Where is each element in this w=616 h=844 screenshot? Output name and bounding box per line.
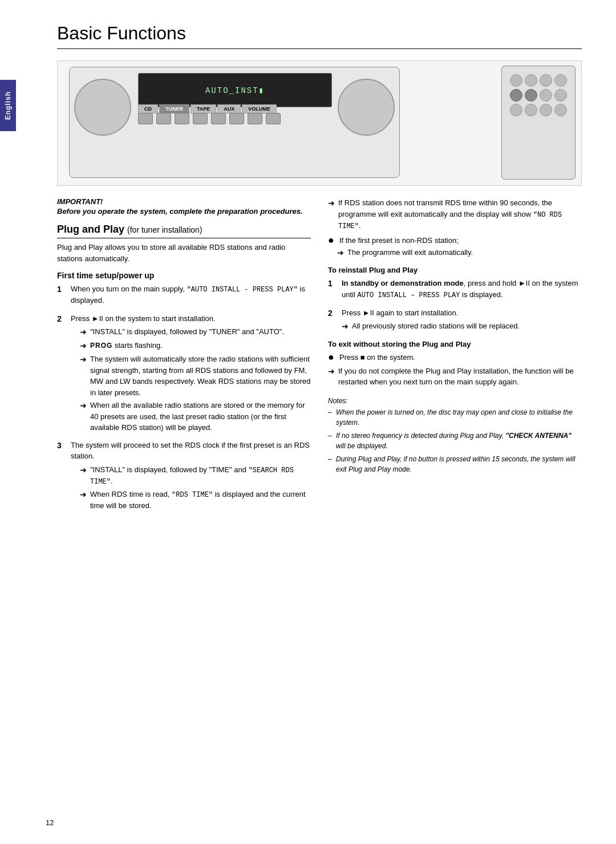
page-title: Basic Functions: [57, 23, 582, 44]
cd-tab: CD: [138, 104, 158, 113]
remote-btn: [510, 104, 522, 116]
first-time-heading: First time setup/power up: [57, 271, 311, 280]
tab-labels: CD TUNER TAPE AUX VOLUME: [138, 104, 332, 113]
volume-tab: VOLUME: [242, 104, 277, 113]
remote-btn: [525, 104, 537, 116]
important-title: IMPORTANT!: [57, 197, 311, 206]
left-column: IMPORTANT! Before you operate the system…: [57, 197, 311, 517]
remote-btn: [554, 89, 567, 102]
ctrl-btn-7: [248, 113, 262, 124]
ctrl-btn-6: [229, 113, 244, 124]
tuner-tab: TUNER: [159, 104, 189, 113]
remote-btn: [540, 104, 552, 116]
device-illustration: AUTO_INST▮ CD TUNER TAPE AUX VOLUME: [58, 61, 581, 185]
main-content: IMPORTANT! Before you operate the system…: [57, 197, 582, 517]
remote-btn: [554, 74, 567, 87]
step-3: 3 The system will proceed to set the RDS…: [57, 440, 311, 513]
aux-tab: AUX: [217, 104, 241, 113]
remote-unit: [501, 66, 576, 180]
steps-list: 1 When you turn on the main supply, "AUT…: [57, 283, 311, 513]
arrow-item: ➜ "INSTALL" is displayed, followed by "T…: [80, 464, 311, 487]
remote-btn: [540, 89, 552, 102]
display-screen: AUTO_INST▮: [138, 73, 332, 107]
exit-heading: To exit without storing the Plug and Pla…: [328, 340, 582, 348]
remote-btn: [554, 104, 567, 116]
plug-play-heading: Plug and Play (for tuner installation): [57, 224, 311, 238]
speaker-left: [74, 79, 131, 136]
remote-btn: [525, 89, 537, 102]
ctrl-btn-1: [138, 113, 153, 124]
right-column: ➜ If RDS station does not transmit RDS t…: [328, 197, 582, 517]
arrow-item: ➜ "INSTALL" is displayed, followed by "T…: [80, 326, 311, 338]
important-box: IMPORTANT! Before you operate the system…: [57, 197, 311, 216]
remote-btn: [510, 89, 522, 102]
rds-arrow-1: ➜ If RDS station does not transmit RDS t…: [328, 197, 582, 232]
reinstall-steps: 1 In standby or demonstration mode, pres…: [328, 278, 582, 334]
screen-text: AUTO_INST▮: [205, 86, 265, 95]
ctrl-btn-5: [211, 113, 226, 124]
reinstall-step-2: 2 Press ►II again to start installation.…: [328, 307, 582, 335]
reinstall-step-1: 1 In standby or demonstration mode, pres…: [328, 278, 582, 303]
non-rds-bullet: ● If the first preset is non-RDS station…: [328, 235, 582, 246]
ctrl-btn-8: [266, 113, 281, 124]
arrow-item: ➜ PROG starts flashing.: [80, 340, 311, 352]
arrow-item: ➜ When all the available radio stations …: [80, 400, 311, 433]
remote-btn: [525, 74, 537, 87]
note-1: – When the power is turned on, the disc …: [328, 407, 582, 428]
step-1: 1 When you turn on the main supply, "AUT…: [57, 283, 311, 309]
controls-row: [138, 113, 332, 124]
exit-bullet: ● Press ■ on the system.: [328, 352, 582, 363]
ctrl-btn-3: [175, 113, 189, 124]
note-3: – During Plug and Play, if no button is …: [328, 454, 582, 474]
reinstall-heading: To reinstall Plug and Play: [328, 266, 582, 274]
arrow-item: ➜ All previously stored radio stations w…: [342, 320, 582, 332]
remote-btn: [510, 74, 522, 87]
page-number: 12: [46, 818, 54, 827]
plug-play-desc: Plug and Play allows you to store all av…: [57, 242, 311, 264]
rds-arrow-2: ➜ The programme will exit automatically.: [337, 247, 582, 259]
device-image: AUTO_INST▮ CD TUNER TAPE AUX VOLUME: [57, 60, 582, 186]
exit-arrow: ➜ If you do not complete the Plug and Pl…: [328, 366, 582, 388]
step-2: 2 Press ►II on the system to start insta…: [57, 313, 311, 435]
remote-btn: [540, 74, 552, 87]
arrow-item: ➜ When RDS time is read, "RDS TIME" is d…: [80, 489, 311, 512]
note-2: – If no stereo frequency is detected dur…: [328, 431, 582, 451]
title-divider: [57, 48, 582, 49]
arrow-item: ➜ The system will automatically store th…: [80, 354, 311, 398]
ctrl-btn-2: [156, 113, 171, 124]
notes-section: Notes: – When the power is turned on, th…: [328, 397, 582, 474]
tape-tab: TAPE: [191, 104, 216, 113]
ctrl-btn-4: [193, 113, 208, 124]
important-body: Before you operate the system, complete …: [57, 207, 311, 216]
speaker-right: [338, 79, 395, 136]
notes-title: Notes:: [328, 397, 582, 405]
main-unit: AUTO_INST▮ CD TUNER TAPE AUX VOLUME: [69, 67, 400, 178]
